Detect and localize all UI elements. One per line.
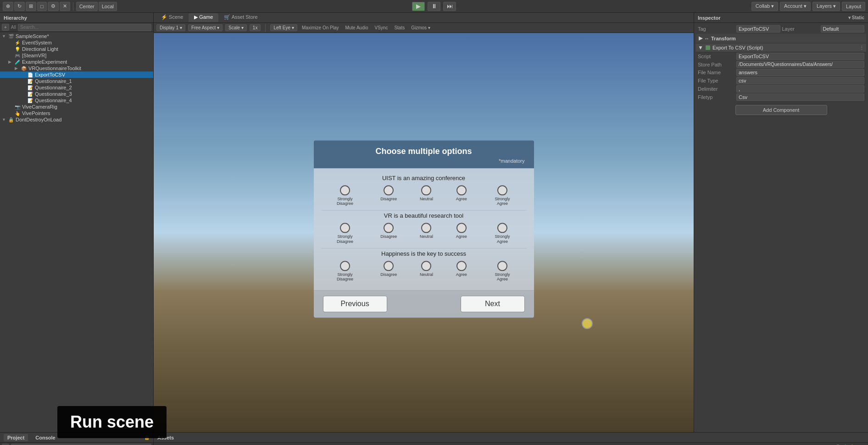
layers-button[interactable]: Layers ▾: [812, 2, 840, 11]
hierarchy-item-1[interactable]: ⚡ EventSystem: [0, 39, 153, 46]
filetyp-value[interactable]: Csv: [736, 93, 864, 101]
radio-1-1[interactable]: [384, 223, 394, 233]
hierarchy-item-3[interactable]: 🎮 [SteamVR]: [0, 52, 153, 59]
vsync[interactable]: VSync: [373, 25, 390, 31]
toolbar-icon-3[interactable]: ⊞: [26, 2, 36, 11]
store-path-value[interactable]: /Documents/VRQuestionnaires/Data/Answers…: [736, 61, 864, 68]
radio-1-4[interactable]: [497, 223, 507, 233]
radio-2-0[interactable]: [340, 261, 350, 271]
hierarchy-item-13[interactable]: ▼ 🔒 DontDestroyOnLoad: [0, 116, 153, 123]
option-2-3[interactable]: Agree: [456, 261, 467, 282]
radio-inner-2-1: [387, 264, 390, 268]
question-text-0: UIST is an amazing conference: [321, 175, 527, 181]
account-button[interactable]: Account ▾: [780, 2, 811, 11]
project-search[interactable]: [11, 444, 151, 445]
play-button[interactable]: ▶: [412, 2, 425, 11]
option-1-2[interactable]: Neutral: [420, 223, 433, 244]
tree-icon: 📝: [28, 79, 34, 84]
toolbar-icon-1[interactable]: ⊕: [3, 2, 13, 11]
radio-1-3[interactable]: [456, 223, 467, 233]
pause-button[interactable]: ⏸: [428, 2, 440, 11]
next-button[interactable]: Next: [461, 296, 525, 313]
radio-1-2[interactable]: [421, 223, 431, 233]
tab-game[interactable]: ▶ Game: [189, 13, 218, 22]
component-checkbox[interactable]: [705, 45, 711, 50]
radio-0-2[interactable]: [421, 185, 431, 195]
radio-0-1[interactable]: [384, 185, 394, 195]
radio-2-2[interactable]: [421, 261, 431, 271]
prev-button[interactable]: Previous: [323, 296, 387, 313]
maximize-on-play[interactable]: Maximize On Play: [300, 25, 341, 31]
hierarchy-item-0[interactable]: ▼ 🎬 SampleScene*: [0, 33, 153, 39]
hierarchy-item-9[interactable]: 📝 Questionnaire_3: [0, 91, 153, 97]
radio-0-3[interactable]: [456, 185, 467, 195]
tree-icon: 📄: [28, 72, 34, 77]
add-component-button[interactable]: Add Component: [735, 105, 827, 115]
option-2-0[interactable]: Strongly Disagree: [332, 261, 357, 282]
component-menu[interactable]: ⋮: [859, 45, 864, 51]
step-button[interactable]: ⏭: [443, 2, 456, 11]
pivot-btn[interactable]: Center: [76, 2, 98, 11]
tab-asset-store[interactable]: 🛒 Asset Store: [218, 13, 263, 22]
file-type-value[interactable]: csv: [736, 77, 864, 84]
store-path-row: Store Path /Documents/VRQuestionnaires/D…: [696, 60, 866, 68]
transform-btn[interactable]: Local: [99, 2, 117, 11]
tag-value[interactable]: ExportToCSV: [736, 25, 780, 33]
toolbar-icon-6[interactable]: ✕: [60, 2, 70, 11]
tab-console[interactable]: Console: [32, 434, 59, 441]
toolbar-icon-2[interactable]: ↻: [14, 2, 25, 11]
toolbar-icon-4[interactable]: □: [37, 2, 47, 11]
eye-dropdown[interactable]: Left Eye ▾: [270, 24, 297, 31]
toolbar-left-icons: ⊕ ↻ ⊞ □ ⚙ ✕ Center Local: [3, 2, 117, 11]
hierarchy-item-4[interactable]: ▶ 🧪 ExampleExperiment: [0, 59, 153, 65]
radio-1-0[interactable]: [340, 223, 350, 233]
option-label-0-4: Strongly Agree: [490, 197, 515, 207]
option-1-3[interactable]: Agree: [456, 223, 467, 244]
option-0-0[interactable]: Strongly Disagree: [332, 185, 357, 207]
hierarchy-item-11[interactable]: 📷 ViveCameraRig: [0, 104, 153, 110]
hierarchy-search[interactable]: [18, 24, 151, 31]
tab-project[interactable]: Project: [4, 434, 28, 441]
delimiter-value[interactable]: ,: [736, 85, 864, 93]
option-0-4[interactable]: Strongly Agree: [490, 185, 515, 207]
display-dropdown[interactable]: Display 1 ▾: [156, 24, 185, 31]
option-0-3[interactable]: Agree: [456, 185, 467, 207]
hierarchy-item-5[interactable]: ▶ 📦 VRQuestionnaireToolkit: [0, 65, 153, 71]
option-2-1[interactable]: Disagree: [380, 261, 397, 282]
gizmos[interactable]: Gizmos ▾: [409, 25, 432, 31]
option-2-2[interactable]: Neutral: [420, 261, 433, 282]
transform-section[interactable]: ▶ ↔ Transform: [696, 34, 866, 43]
script-value[interactable]: ExportToCSV: [736, 53, 864, 60]
scale-value[interactable]: 1x: [250, 24, 261, 31]
layout-button[interactable]: Layout: [842, 2, 865, 11]
toolbar-icon-5[interactable]: ⚙: [48, 2, 59, 11]
hierarchy-item-10[interactable]: 📝 Questionnaire_4: [0, 97, 153, 104]
radio-inner-1-1: [387, 226, 390, 230]
aspect-dropdown[interactable]: Free Aspect ▾: [188, 24, 223, 31]
stats[interactable]: Stats: [392, 25, 406, 31]
hierarchy-item-12[interactable]: 👆 VivePointers: [0, 110, 153, 116]
radio-0-4[interactable]: [497, 185, 507, 195]
option-2-4[interactable]: Strongly Agree: [490, 261, 515, 282]
layer-value[interactable]: Default: [821, 25, 865, 33]
option-1-1[interactable]: Disagree: [380, 223, 397, 244]
option-1-0[interactable]: Strongly Disagree: [332, 223, 357, 244]
collab-button[interactable]: Collab ▾: [751, 2, 778, 11]
option-0-2[interactable]: Neutral: [420, 185, 433, 207]
hierarchy-item-6[interactable]: 📄 ExportToCSV: [0, 71, 153, 78]
radio-2-1[interactable]: [384, 261, 394, 271]
hierarchy-item-7[interactable]: 📝 Questionnaire_1: [0, 78, 153, 84]
create-btn[interactable]: +: [2, 24, 9, 31]
scale-dropdown[interactable]: Scale ▾: [225, 24, 247, 31]
tree-label: SampleScene*: [16, 33, 49, 39]
option-0-1[interactable]: Disagree: [380, 185, 397, 207]
mute-audio[interactable]: Mute Audio: [343, 25, 370, 31]
radio-2-3[interactable]: [456, 261, 467, 271]
file-name-value[interactable]: answers: [736, 69, 864, 76]
hierarchy-item-2[interactable]: 💡 Directional Light: [0, 46, 153, 52]
hierarchy-item-8[interactable]: 📝 Questionnaire_2: [0, 84, 153, 91]
tab-scene[interactable]: ⚡ Scene: [156, 13, 189, 22]
option-1-4[interactable]: Strongly Agree: [490, 223, 515, 244]
radio-0-0[interactable]: [340, 185, 350, 195]
radio-2-4[interactable]: [497, 261, 507, 271]
